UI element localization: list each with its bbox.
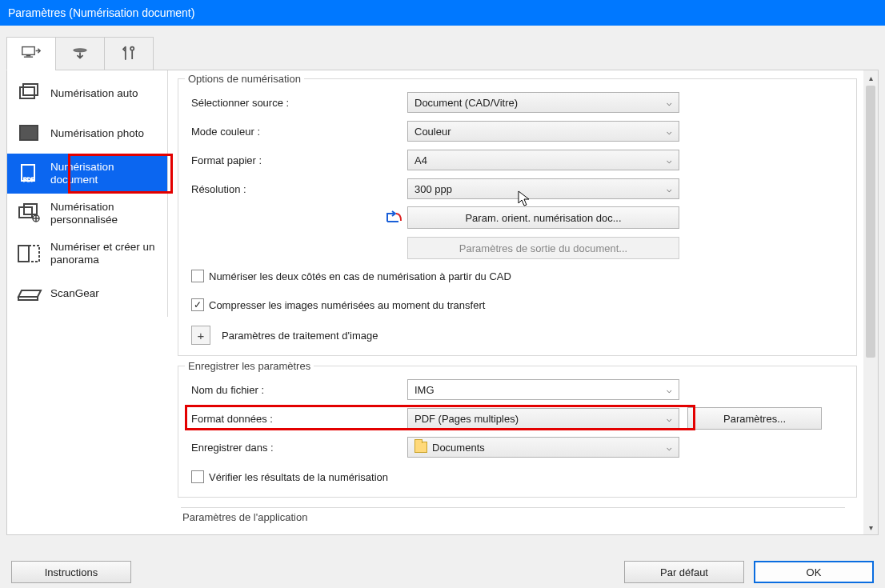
- scrollbar-thumb[interactable]: [866, 86, 875, 358]
- stitch-scan-icon: [15, 242, 44, 265]
- folder-icon: [414, 442, 427, 453]
- section-save-settings: Enregistrer les paramètres Nom du fichie…: [178, 366, 857, 498]
- sidebar-item-photo-scan[interactable]: Numérisation photo: [7, 114, 167, 154]
- window-title: Paramètres (Numérisation document): [8, 6, 194, 19]
- button-orientation-params[interactable]: Param. orient. numérisation doc...: [407, 206, 679, 229]
- monitor-arrow-icon: [20, 44, 42, 63]
- label-filename: Nom du fichier :: [191, 384, 407, 396]
- chevron-down-icon: ⌵: [667, 414, 672, 424]
- svg-text:PDF: PDF: [23, 177, 34, 182]
- sidebar-item-label: Numérisation auto: [50, 87, 138, 100]
- custom-scan-icon: [15, 202, 44, 225]
- svg-rect-11: [24, 204, 37, 214]
- svg-rect-2: [24, 57, 33, 58]
- footer: Instructions Par défaut OK: [0, 561, 885, 583]
- svg-rect-15: [18, 297, 38, 300]
- sidebar-item-scangear[interactable]: ScanGear: [7, 274, 167, 314]
- sidebar-item-stitch-scan[interactable]: Numériser et créer unpanorama: [7, 234, 167, 274]
- chevron-down-icon: ⌵: [667, 442, 672, 453]
- vertical-scrollbar[interactable]: ▴ ▾: [863, 70, 878, 534]
- checkbox-verify-results[interactable]: [191, 470, 204, 483]
- auto-scan-icon: [15, 82, 44, 105]
- tab-tools[interactable]: [104, 37, 154, 70]
- button-output-params: Paramètres de sortie du document...: [407, 237, 679, 259]
- scangear-icon: [15, 282, 44, 305]
- checkbox-duplex-label: Numériser les deux côtés en cas de numér…: [209, 270, 511, 282]
- sidebar-item-document-scan[interactable]: PDF Numérisationdocument: [7, 154, 167, 194]
- select-source[interactable]: Document (CAD/Vitre) ⌵: [407, 92, 679, 113]
- sidebar-item-label: ScanGear: [50, 287, 99, 300]
- checkbox-duplex[interactable]: [191, 270, 204, 282]
- label-save-in: Enregistrer dans :: [191, 442, 407, 454]
- sidebar-item-auto-scan[interactable]: Numérisation auto: [7, 74, 167, 114]
- checkbox-verify-results-label: Vérifier les résultats de la numérisatio…: [209, 471, 388, 483]
- document-scan-icon: PDF: [15, 162, 44, 185]
- sidebar-item-label: Numérisation photo: [50, 127, 144, 140]
- select-paper-format[interactable]: A4 ⌵: [407, 150, 679, 170]
- sidebar-item-custom-scan[interactable]: Numérisationpersonnalisée: [7, 194, 167, 234]
- expand-image-processing[interactable]: +: [191, 326, 210, 345]
- image-processing-label: Paramètres de traitement d'image: [222, 330, 378, 342]
- svg-rect-0: [22, 47, 34, 55]
- checkbox-compress-label: Compresser les images numérisées au mome…: [209, 299, 485, 311]
- chevron-down-icon: ⌵: [667, 126, 672, 137]
- chevron-down-icon: ⌵: [667, 155, 672, 166]
- orientation-icon: [382, 210, 402, 225]
- label-source: Sélectionner source :: [191, 97, 407, 109]
- svg-rect-5: [20, 87, 34, 98]
- chevron-down-icon: ⌵: [667, 385, 672, 395]
- section-app-settings-title: Paramètres de l'application: [181, 507, 845, 523]
- photo-scan-icon: [15, 122, 44, 145]
- button-ok[interactable]: OK: [754, 561, 874, 583]
- svg-rect-10: [19, 207, 32, 218]
- select-resolution[interactable]: 300 ppp ⌵: [407, 178, 679, 199]
- section-scan-options: Options de numérisation Sélectionner sou…: [178, 78, 857, 356]
- tab-scan-from-pc[interactable]: [6, 37, 56, 70]
- select-data-format[interactable]: PDF (Pages multiples) ⌵: [407, 408, 679, 429]
- label-paper-format: Format papier :: [191, 154, 407, 166]
- chevron-down-icon: ⌵: [667, 98, 672, 108]
- section-title: Enregistrer les paramètres: [185, 360, 314, 372]
- sidebar-item-label: Numérisationdocument: [50, 161, 114, 186]
- scroll-down-arrow[interactable]: ▾: [863, 520, 878, 534]
- svg-rect-1: [26, 54, 31, 56]
- sidebar-item-label: Numérisationpersonnalisée: [50, 201, 118, 226]
- select-save-in[interactable]: Documents ⌵: [407, 437, 679, 458]
- svg-rect-6: [23, 84, 38, 95]
- tools-icon: [118, 44, 140, 63]
- button-instructions[interactable]: Instructions: [11, 561, 131, 583]
- tab-scan-from-device[interactable]: [55, 37, 105, 70]
- svg-rect-13: [18, 246, 29, 262]
- sidebar: Numérisation auto Numérisation photo PDF…: [7, 70, 168, 317]
- sidebar-item-label: Numériser et créer unpanorama: [50, 241, 155, 266]
- button-format-params[interactable]: Paramètres...: [687, 407, 822, 430]
- select-color-mode[interactable]: Couleur ⌵: [407, 121, 679, 142]
- scroll-up-arrow[interactable]: ▴: [863, 70, 878, 85]
- input-filename[interactable]: IMG ⌵: [407, 379, 679, 400]
- label-color-mode: Mode couleur :: [191, 126, 407, 138]
- svg-rect-14: [29, 246, 39, 262]
- chevron-down-icon: ⌵: [667, 184, 672, 194]
- window-titlebar: Paramètres (Numérisation document): [0, 0, 885, 26]
- top-tabstrip: [6, 37, 879, 70]
- label-resolution: Résolution :: [191, 183, 407, 195]
- button-default[interactable]: Par défaut: [624, 561, 744, 583]
- svg-rect-7: [20, 126, 38, 140]
- checkbox-compress[interactable]: ✓: [191, 298, 204, 311]
- scanner-down-icon: [69, 44, 91, 63]
- label-data-format: Format données :: [191, 413, 407, 425]
- section-title: Options de numérisation: [185, 73, 304, 85]
- content-pane: Options de numérisation Sélectionner sou…: [168, 70, 878, 534]
